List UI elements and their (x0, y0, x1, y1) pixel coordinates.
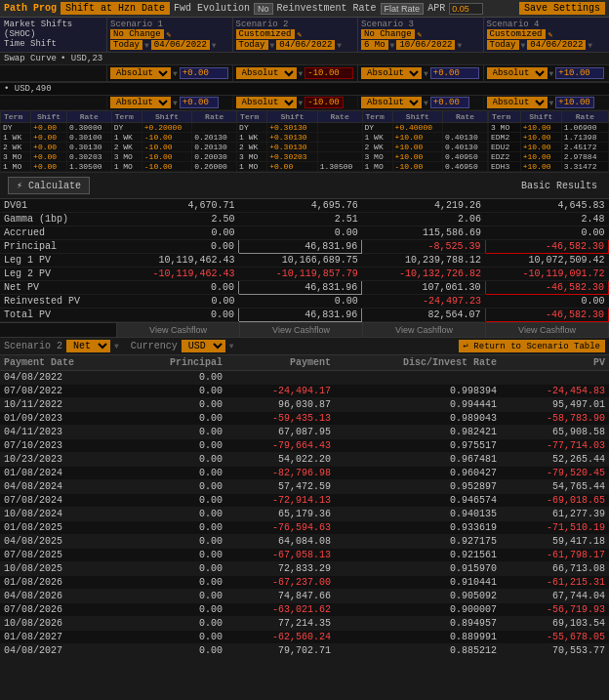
usd490-s4-abs-select[interactable]: Absolut (487, 97, 548, 108)
usd23-s1-abs: Absolut ▼ (107, 65, 233, 81)
s4-market-badge: Customized (487, 29, 546, 39)
s2-date2-badge: 04/06/2022 (276, 40, 335, 50)
apr-label: APR (427, 3, 445, 14)
cashflow-row: 01/08/20260.00-67,237.000.910441-61,215.… (0, 576, 609, 590)
save-settings-button[interactable]: Save Settings (519, 2, 605, 15)
cashflow-row: 07/10/20230.00-79,664.430.975517-77,714.… (0, 439, 609, 453)
s4-abs-input[interactable] (555, 67, 604, 79)
s3-date1-badge: 6 Mo (361, 40, 388, 50)
vcf-s4-button[interactable]: View Cashflow (486, 323, 609, 337)
cashflow-row: 07/08/20220.00-24,494.170.998394-24,454.… (0, 385, 609, 398)
s3-abs-select[interactable]: Absolut (361, 67, 422, 79)
currency-select[interactable]: USD (182, 340, 225, 352)
usd490-s2-abs-select[interactable]: Absolut (236, 97, 297, 108)
curve-table-row: 2 WK+0.000.301302 WK-10.000.201302 WK+0.… (1, 143, 488, 152)
vcf-s1-button[interactable]: View Cashflow (117, 323, 240, 337)
s4-abs-select[interactable]: Absolut (487, 67, 548, 79)
curve-table-row: DY+0.000.30000DY+0.20000DY+0.30130DY+0.4… (1, 123, 488, 133)
s3-date2-badge: 10/06/2022 (396, 40, 455, 50)
fwd-evolution-label: Fwd Evolution (174, 3, 250, 14)
results-row: Reinvested PV0.000.00-24,497.230.00 (0, 295, 609, 309)
s2-date1-badge: Today (236, 40, 268, 50)
s2-abs-input[interactable] (304, 67, 353, 79)
right-table-row: EDU2+10.002.45172 (489, 143, 609, 152)
results-row: Total PV0.0046,831.9682,564.07-46,582.30 (0, 309, 609, 322)
right-table-row: EDZ2+10.002.97884 (489, 152, 609, 162)
curve-table-row: 3 MO+0.000.302033 MO-10.000.200303 MO+0.… (1, 152, 488, 162)
col-date: Payment Date (0, 355, 128, 371)
results-row: Gamma (1bp)2.502.512.062.48 (0, 213, 609, 226)
usd490-label: • USD,490 (4, 84, 52, 94)
results-row: Net PV0.0046,831.96107,061.30-46,582.30 (0, 281, 609, 295)
top-bar: Path Prog Shift at Hzn Date Fwd Evolutio… (0, 0, 609, 18)
right-table-row: 3 MO+10.001.06900 (489, 123, 609, 133)
usd23-s2-abs: Absolut ▼ (233, 65, 359, 81)
usd490-s3-abs-select[interactable]: Absolut (361, 97, 422, 108)
cashflow-row: 10/08/20250.0072,833.290.91597066,713.08 (0, 562, 609, 576)
s4-edit-icon[interactable]: ✎ (548, 30, 553, 39)
cashflow-row: 01/08/20240.00-82,796.980.960427-79,520.… (0, 467, 609, 480)
usd490-s2-input[interactable] (304, 97, 344, 108)
s3-market-badge: No Change (361, 29, 415, 39)
scenarios-header: Market Shifts (SHOC) Time Shift Scenario… (0, 18, 609, 53)
scenario4-header: Scenario 4 Customized ✎ Today ▼ 04/06/20… (484, 18, 610, 52)
results-table: DV014,670.714,695.764,219.264,645.83Gamm… (0, 199, 609, 322)
vcf-s2-button[interactable]: View Cashflow (240, 323, 363, 337)
col-rate: Disc/Invest Rate (335, 355, 501, 371)
s1-abs-select[interactable]: Absolut (110, 67, 171, 79)
scenario2-cashflow-header: Scenario 2 Net ▼ Currency USD ▼ ↩ Return… (0, 338, 609, 355)
usd23-label: • USD,23 (61, 54, 102, 63)
scenario1-header: Scenario 1 No Change ✎ Today ▼ 04/06/202… (107, 18, 233, 52)
s2-edit-icon[interactable]: ✎ (298, 30, 303, 39)
calculate-button[interactable]: ⚡ Calculate (8, 177, 90, 194)
s3-abs-input[interactable] (430, 67, 479, 79)
curve-swap-table: Term Shift Rate Term Shift Rate Term Shi… (0, 110, 488, 172)
col-payment: Payment (226, 355, 335, 371)
cashflow-row: 10/08/20240.0065,179.360.94013561,277.39 (0, 508, 609, 521)
usd23-s4-abs: Absolut ▼ (484, 65, 610, 81)
cashflow-row: 01/09/20230.00-59,435.130.989043-58,783.… (0, 412, 609, 426)
currency-label: Currency (131, 341, 178, 351)
view-cashflow-row: View Cashflow View Cashflow View Cashflo… (0, 322, 609, 338)
reinvestment-label: Reinvestment Rate (277, 3, 377, 14)
scenario2-cashflow-section: Scenario 2 Net ▼ Currency USD ▼ ↩ Return… (0, 338, 609, 658)
basic-results-section: DV014,670.714,695.764,219.264,645.83Gamm… (0, 199, 609, 338)
s2-abs-select[interactable]: Absolut (236, 67, 297, 79)
usd490-s1-abs-select[interactable]: Absolut (110, 97, 171, 108)
cashflow-table: Payment Date Principal Payment Disc/Inve… (0, 355, 609, 658)
s3-edit-icon[interactable]: ✎ (418, 30, 423, 39)
cashflow-row: 07/08/20260.00-63,021.620.900007-56,719.… (0, 603, 609, 617)
s1-date1-badge: Today (110, 40, 142, 50)
usd490-abs-row1: Absolut ▼ Absolut ▼ Absolut ▼ Absolut ▼ (0, 96, 609, 110)
cashflow-row: 04/08/20220.00 (0, 371, 609, 385)
cashflow-row: 07/08/20240.00-72,914.130.946574-69,018.… (0, 494, 609, 508)
s1-abs-input[interactable] (180, 67, 228, 79)
fwd-val-button[interactable]: No (254, 3, 273, 15)
usd490-s3-input[interactable] (430, 97, 469, 108)
usd490-s1-input[interactable] (180, 97, 219, 108)
results-row: Leg 2 PV-10,119,462.43-10,119,857.79-10,… (0, 268, 609, 281)
usd490-s4-input[interactable] (555, 97, 594, 108)
curve-swap-section: Term Shift Rate Term Shift Rate Term Shi… (0, 110, 609, 172)
usd490-section: • USD,490 Absolut ▼ Absolut ▼ Absolut ▼ … (0, 83, 609, 173)
pathprog-label: Path Prog (4, 3, 57, 14)
s1-edit-icon[interactable]: ✎ (167, 30, 172, 39)
apr-input[interactable] (449, 3, 483, 15)
vcf-s3-button[interactable]: View Cashflow (363, 323, 486, 337)
flat-rate-button[interactable]: Flat Rate (381, 3, 425, 15)
col-pv: PV (501, 355, 609, 371)
scenario2-net-select[interactable]: Net (66, 340, 110, 352)
cashflow-row: 04/08/20270.0079,702.710.88521270,553.77 (0, 644, 609, 658)
usd23-section: Swap Curve • USD,23 Absolut ▼ Absolut ▼ … (0, 53, 609, 83)
curve-table-row: 1 MO+0.001.305001 MO-10.000.260001 MO+0.… (1, 162, 488, 172)
calculate-row: ⚡ Calculate Basic Results (0, 173, 609, 199)
curve-table-row: 1 WK+0.000.301001 WK-10.000.201301 WK+0.… (1, 133, 488, 143)
col-principal: Principal (128, 355, 226, 371)
cashflow-row: 10/11/20220.0096,030.870.99444195,497.01 (0, 398, 609, 412)
cashflow-row: 04/08/20250.0064,084.080.92717559,417.18 (0, 535, 609, 549)
cashflow-row: 04/08/20260.0074,847.660.90509267,744.04 (0, 590, 609, 603)
return-to-scenario-button[interactable]: ↩ Return to Scenario Table (459, 340, 605, 352)
shift-hzn-button[interactable]: Shift at Hzn Date (61, 2, 170, 15)
cashflow-row: 04/11/20230.0067,087.950.98242165,908.58 (0, 426, 609, 439)
s4-date1-badge: Today (487, 40, 519, 50)
